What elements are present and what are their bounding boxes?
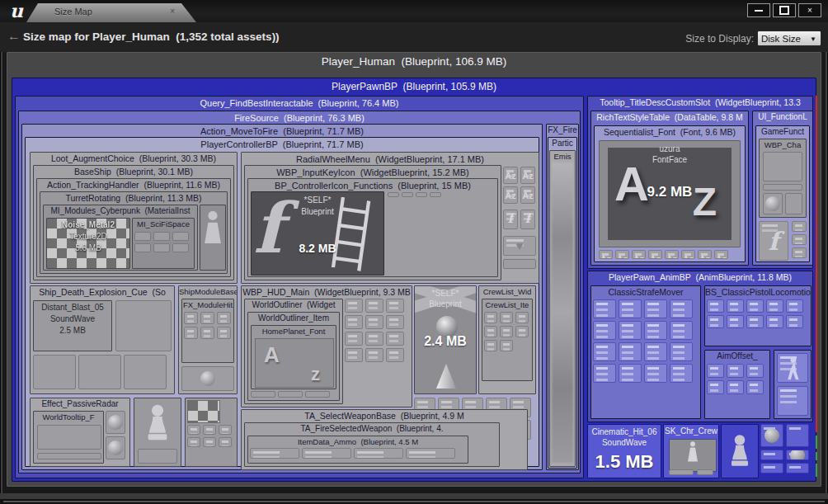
asset-cell[interactable] — [184, 327, 198, 339]
asset-cell[interactable] — [792, 221, 807, 232]
treemap-node-bs-classicpistollocomotion[interactable]: BS_ClassicPistolLocomotion ( — [704, 285, 812, 346]
anim-asset-cell[interactable] — [670, 321, 693, 340]
treemap-node-aimoffset[interactable]: AimOffset_ — [704, 350, 770, 419]
treemap-leaf-cinematic-hit[interactable]: Cinematic_Hit_06 SoundWave 1.5 MB — [587, 424, 661, 478]
anim-asset-cell[interactable] — [644, 364, 667, 383]
maximize-button[interactable] — [773, 3, 796, 17]
treemap-node-classicstrafemover[interactable]: ClassicStrafeMover — [590, 285, 701, 419]
anim-asset-cell[interactable] — [786, 315, 803, 328]
asset-cell[interactable] — [416, 192, 427, 197]
asset-cell[interactable] — [484, 326, 497, 337]
font-asset-cell[interactable] — [648, 250, 662, 259]
anim-asset-cell[interactable] — [727, 315, 744, 328]
asset-cell[interactable] — [106, 411, 125, 434]
asset-cell[interactable] — [33, 355, 76, 389]
asset-cell[interactable] — [430, 192, 441, 197]
asset-cell[interactable] — [786, 424, 809, 447]
asset-cell[interactable] — [365, 299, 383, 313]
asset-cell[interactable] — [219, 425, 232, 435]
anim-asset-cell[interactable] — [670, 364, 693, 383]
anim-asset-cell[interactable] — [746, 315, 764, 328]
asset-cell[interactable] — [200, 327, 214, 339]
font-asset-cell[interactable] — [681, 250, 695, 259]
asset-cell[interactable] — [172, 243, 189, 252]
close-button[interactable]: × — [798, 3, 821, 17]
font-asset-cell[interactable] — [714, 250, 728, 259]
asset-cell[interactable] — [763, 184, 802, 191]
anim-asset-cell[interactable] — [727, 380, 744, 394]
anim-asset-cell[interactable] — [746, 380, 764, 394]
asset-cell[interactable] — [153, 232, 170, 241]
anim-asset-cell[interactable] — [593, 321, 616, 340]
anim-asset-cell[interactable] — [766, 315, 783, 328]
anim-asset-cell[interactable] — [593, 364, 616, 383]
function-asset-cell[interactable] — [759, 221, 788, 261]
asset-cell[interactable] — [134, 243, 151, 252]
asset-cell[interactable] — [37, 425, 101, 450]
asset-cell[interactable] — [345, 348, 363, 362]
treemap-leaf-uzura-fontface[interactable]: A Z uzura FontFace 9.2 MB — [599, 140, 741, 247]
anim-asset-cell[interactable] — [619, 342, 642, 361]
asset-cell[interactable] — [345, 332, 363, 346]
asset-cell[interactable] — [669, 469, 694, 475]
anim-asset-cell[interactable] — [670, 299, 693, 318]
treemap-node-worldtooltip[interactable]: WorldTooltip_F — [33, 411, 104, 464]
asset-cell[interactable] — [365, 332, 383, 346]
anim-asset-cell[interactable] — [746, 299, 764, 313]
asset-cell[interactable] — [217, 327, 231, 339]
asset-cell[interactable] — [786, 463, 809, 473]
asset-cell[interactable] — [184, 312, 198, 324]
anim-asset-cell[interactable] — [670, 342, 693, 361]
asset-cell[interactable] — [37, 453, 101, 459]
anim-asset-cell[interactable] — [786, 299, 803, 313]
asset-cell[interactable] — [406, 448, 455, 459]
asset-cell[interactable] — [763, 152, 802, 181]
asset-cell[interactable] — [345, 299, 363, 313]
anim-asset-cell[interactable] — [777, 386, 808, 416]
back-button[interactable]: ← — [7, 29, 21, 44]
anim-asset-cell[interactable] — [727, 299, 744, 313]
anim-asset-cell[interactable] — [707, 299, 724, 313]
minimize-button[interactable] — [747, 3, 770, 17]
asset-cell[interactable] — [386, 348, 404, 362]
anim-asset-cell[interactable] — [619, 321, 642, 340]
anim-asset-cell[interactable] — [766, 299, 783, 313]
anim-asset-cell[interactable] — [746, 364, 764, 378]
pawn-statue-thumb[interactable] — [134, 398, 181, 467]
anim-asset-cell[interactable] — [707, 364, 724, 378]
font-asset-cell[interactable] — [615, 250, 629, 259]
asset-cell[interactable] — [172, 232, 189, 241]
size-to-display-dropdown[interactable]: Disk Size ▼ — [757, 31, 821, 46]
asset-cell[interactable] — [153, 243, 170, 252]
treemap-node-emis[interactable]: Emis — [549, 150, 576, 467]
font-asset-cell[interactable] — [520, 167, 535, 184]
asset-cell[interactable] — [760, 424, 783, 447]
asset-cell[interactable] — [386, 315, 404, 329]
font-asset-cell[interactable] — [632, 250, 646, 259]
anim-asset-cell[interactable] — [644, 342, 667, 361]
anim-asset-cell[interactable] — [777, 353, 808, 383]
asset-cell[interactable] — [365, 315, 383, 329]
anim-asset-cell[interactable] — [593, 342, 616, 361]
anim-asset-cell[interactable] — [707, 315, 724, 328]
asset-cell[interactable] — [217, 312, 231, 324]
anim-asset-cell[interactable] — [619, 299, 642, 318]
treemap-leaf-sk-chr-crew[interactable]: SK_Chr_Crew — [663, 424, 719, 478]
anim-asset-cell[interactable] — [619, 364, 642, 383]
asset-cell[interactable] — [365, 348, 383, 362]
widget-asset-cell[interactable] — [503, 236, 536, 256]
asset-cell[interactable] — [792, 234, 807, 245]
asset-cell[interactable] — [278, 391, 303, 398]
asset-cell[interactable] — [484, 340, 497, 351]
asset-cell[interactable] — [763, 193, 783, 214]
treemap-leaf-noise-metal2[interactable]: Noise_Metal2 Texture2D 5.6 MB — [46, 218, 130, 269]
asset-cell[interactable] — [106, 436, 125, 459]
asset-cell[interactable] — [503, 259, 536, 269]
asset-cell[interactable] — [697, 469, 713, 475]
treemap-node-fx-modulehit[interactable]: FX_ModuleHit — [181, 299, 234, 363]
asset-cell[interactable] — [134, 232, 151, 241]
asset-cell[interactable] — [200, 312, 214, 324]
pawn-thumb-blue[interactable] — [721, 424, 759, 478]
treemap-node-itemdata-ammo[interactable]: ItemData_Ammo (Blueprint, 4.5 M — [247, 436, 468, 464]
asset-cell[interactable] — [78, 355, 121, 389]
